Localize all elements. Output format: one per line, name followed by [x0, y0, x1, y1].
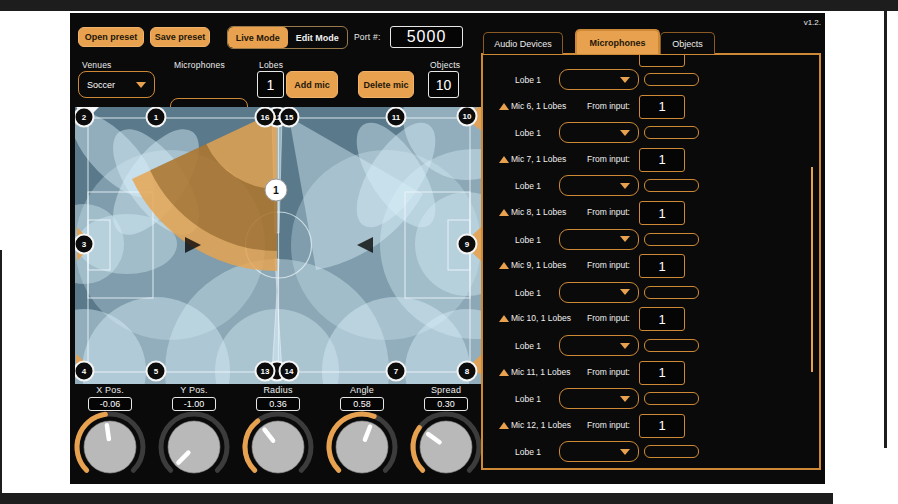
- lobe-value-box[interactable]: [644, 233, 699, 246]
- from-input-field[interactable]: 1: [639, 361, 685, 385]
- lobe-source-dropdown[interactable]: [559, 388, 639, 409]
- knob-label: Spread: [431, 385, 461, 395]
- edit-mode-button[interactable]: Edit Mode: [288, 27, 348, 48]
- mic-marker[interactable]: 14: [280, 362, 299, 381]
- mic-name-label: Mic 6, 1 Lobes: [511, 101, 566, 111]
- knob-dial[interactable]: [320, 411, 404, 481]
- from-input-field[interactable]: [639, 53, 685, 67]
- open-preset-button[interactable]: Open preset: [78, 27, 144, 47]
- port-input[interactable]: 5000: [390, 26, 463, 48]
- mic-marker-number: 15: [285, 113, 294, 122]
- lobe-value-box[interactable]: [644, 445, 699, 458]
- lobe-value-box[interactable]: [644, 179, 699, 192]
- mic-marker[interactable]: 9: [458, 235, 477, 254]
- tab-objects[interactable]: Objects: [660, 32, 715, 54]
- knob-dial[interactable]: [404, 411, 488, 481]
- mic-marker[interactable]: 3: [75, 235, 94, 254]
- from-input-label: From input:: [562, 420, 630, 430]
- venue-field-canvas[interactable]: 2112161511103945131478 1: [75, 107, 483, 384]
- mic-marker-number: 5: [154, 367, 159, 376]
- objects-count-input[interactable]: 10: [428, 71, 459, 98]
- lobes-count-input[interactable]: 1: [257, 71, 284, 98]
- mic-marker[interactable]: 10: [458, 107, 477, 126]
- collapse-triangle-icon[interactable]: [499, 422, 509, 429]
- lobe-value-box[interactable]: [644, 126, 699, 139]
- mic-marker[interactable]: 16: [256, 108, 275, 127]
- tab-audio-devices[interactable]: Audio Devices: [483, 32, 563, 54]
- from-input-field[interactable]: 1: [639, 307, 685, 331]
- mic-list-row: Mic 6, 1 Lobes From input: 1: [483, 94, 819, 120]
- selected-mic-handle-number: 1: [273, 184, 279, 196]
- chevron-down-icon: [620, 343, 630, 349]
- selected-mic-handle[interactable]: 1: [265, 179, 287, 201]
- knob-value-input[interactable]: 0.58: [340, 397, 384, 411]
- collapse-triangle-icon[interactable]: [499, 369, 509, 376]
- knob-dial[interactable]: [236, 411, 320, 481]
- from-input-field[interactable]: 1: [639, 148, 685, 172]
- venues-label: Venues: [82, 60, 112, 70]
- lobe-source-dropdown[interactable]: [559, 282, 639, 303]
- save-preset-button[interactable]: Save preset: [150, 27, 210, 47]
- collapse-triangle-icon[interactable]: [499, 262, 509, 269]
- lobe-row: Lobe 1: [483, 67, 819, 93]
- mic-marker[interactable]: 15: [280, 108, 299, 127]
- microphones-label: Microphones: [174, 60, 225, 70]
- objects-label: Objects: [430, 60, 460, 70]
- mic-marker[interactable]: 2: [75, 108, 94, 127]
- knob-spread: Spread0.30: [404, 385, 488, 481]
- chevron-down-icon: [620, 183, 630, 189]
- lobe-value-box[interactable]: [644, 339, 699, 352]
- knob-value-input[interactable]: 0.36: [256, 397, 300, 411]
- mic-marker-number: 16: [261, 113, 270, 122]
- knob-label: Y Pos.: [180, 385, 208, 395]
- lobe-source-dropdown[interactable]: [559, 335, 639, 356]
- collapse-triangle-icon[interactable]: [499, 103, 509, 110]
- mic-list-row: Mic 12, 1 Lobes From input: 1: [483, 413, 819, 439]
- live-mode-button[interactable]: Live Mode: [228, 27, 288, 48]
- lobe-source-dropdown[interactable]: [559, 229, 639, 250]
- collapse-triangle-icon[interactable]: [499, 156, 509, 163]
- mic-marker[interactable]: 8: [458, 362, 477, 381]
- mic-marker[interactable]: 13: [256, 362, 275, 381]
- add-mic-button[interactable]: Add mic: [286, 71, 338, 98]
- mic-marker[interactable]: 7: [387, 362, 406, 381]
- tab-microphones[interactable]: Microphones: [575, 29, 660, 54]
- knob-value-input[interactable]: -0.06: [88, 397, 132, 411]
- lobe-source-dropdown[interactable]: [559, 441, 639, 462]
- from-input-field[interactable]: 1: [639, 414, 685, 438]
- panel-scrollbar[interactable]: [811, 167, 813, 372]
- lobes-label: Lobes: [259, 60, 283, 70]
- from-input-field[interactable]: 1: [639, 95, 685, 119]
- lobe-value-box[interactable]: [644, 392, 699, 405]
- mic-marker[interactable]: 1: [147, 108, 166, 127]
- mic-marker[interactable]: 5: [147, 362, 166, 381]
- knob-value-input[interactable]: 0.30: [424, 397, 468, 411]
- from-input-label: From input:: [562, 101, 630, 111]
- knob-dial[interactable]: [152, 411, 236, 481]
- chevron-down-icon: [620, 236, 630, 242]
- from-input-field[interactable]: 1: [639, 201, 685, 225]
- collapse-triangle-icon[interactable]: [499, 315, 509, 322]
- mic-marker[interactable]: 11: [387, 108, 406, 127]
- venues-dropdown[interactable]: Soccer: [78, 71, 155, 98]
- mic-name-label: Mic 7, 1 Lobes: [511, 154, 566, 164]
- collapse-triangle-icon[interactable]: [499, 209, 509, 216]
- mic-marker[interactable]: 4: [75, 362, 94, 381]
- knob-ypos: Y Pos.-1.00: [152, 385, 236, 481]
- mic-marker-number: 7: [394, 367, 399, 376]
- mic-list-row: Mic 8, 1 Lobes From input: 1: [483, 200, 819, 226]
- lobe-row: Lobe 1: [483, 120, 819, 146]
- mic-marker-number: 11: [392, 113, 401, 122]
- from-input-field[interactable]: 1: [639, 254, 685, 278]
- delete-mic-button[interactable]: Delete mic: [358, 71, 414, 98]
- lobe-value-box[interactable]: [644, 286, 699, 299]
- lobe-value-box[interactable]: [644, 73, 699, 86]
- lobe-label: Lobe 1: [499, 75, 541, 85]
- lobe-source-dropdown[interactable]: [559, 122, 639, 143]
- knob-value-input[interactable]: -1.00: [172, 397, 216, 411]
- lobe-source-dropdown[interactable]: [559, 175, 639, 196]
- lobe-source-dropdown[interactable]: [559, 69, 639, 90]
- knob-angle: Angle0.58: [320, 385, 404, 481]
- knob-dial[interactable]: [70, 411, 152, 481]
- lobe-label: Lobe 1: [499, 394, 541, 404]
